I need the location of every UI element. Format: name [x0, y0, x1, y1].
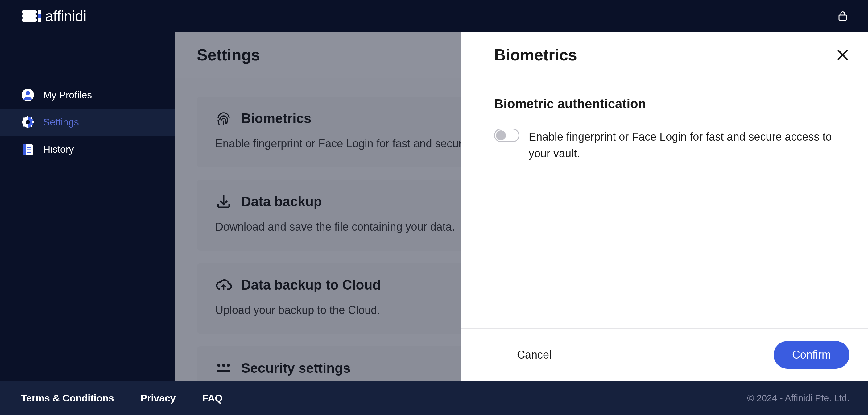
svg-rect-0	[22, 10, 37, 13]
svg-line-16	[31, 118, 32, 119]
sidebar-item-history[interactable]: History	[0, 136, 175, 163]
footer-link-faq[interactable]: FAQ	[203, 392, 223, 404]
svg-point-9	[26, 120, 30, 124]
confirm-button[interactable]: Confirm	[774, 341, 849, 369]
svg-line-17	[24, 125, 25, 126]
footer-link-terms[interactable]: Terms & Conditions	[21, 392, 114, 404]
svg-rect-19	[23, 144, 26, 155]
svg-point-7	[26, 91, 30, 95]
lock-icon[interactable]	[837, 10, 848, 22]
close-icon[interactable]	[835, 47, 850, 62]
biometrics-toggle[interactable]	[494, 129, 520, 142]
biometrics-panel: Biometrics Biometric authentication Enab…	[461, 32, 868, 381]
brand-name: affinidi	[45, 8, 86, 25]
app-header: affinidi	[0, 0, 868, 32]
svg-line-15	[31, 125, 32, 126]
profile-icon	[21, 88, 35, 102]
panel-title: Biometrics	[494, 45, 577, 64]
cancel-button[interactable]: Cancel	[517, 348, 552, 361]
panel-subtitle: Biometric authentication	[494, 96, 835, 111]
svg-rect-4	[38, 19, 41, 22]
svg-line-14	[24, 118, 25, 119]
svg-rect-5	[839, 15, 846, 20]
brand-logo[interactable]: affinidi	[21, 6, 86, 26]
toggle-knob	[496, 130, 506, 140]
app-footer: Terms & Conditions Privacy FAQ © 2024 - …	[0, 381, 868, 415]
sidebar: My Profiles Settings	[0, 32, 175, 381]
svg-rect-1	[22, 19, 37, 22]
sidebar-item-label: History	[43, 144, 74, 155]
sidebar-item-settings[interactable]: Settings	[0, 108, 175, 136]
sidebar-item-label: My Profiles	[43, 89, 92, 101]
toggle-label: Enable fingerprint or Face Login for fas…	[529, 129, 835, 162]
sidebar-item-my-profiles[interactable]: My Profiles	[0, 82, 175, 108]
footer-link-privacy[interactable]: Privacy	[141, 392, 176, 404]
copyright: © 2024 - Affinidi Pte. Ltd.	[747, 393, 849, 403]
gear-icon	[21, 115, 35, 129]
brand-logo-icon	[21, 6, 41, 26]
svg-rect-3	[38, 14, 41, 18]
svg-rect-2	[38, 10, 41, 13]
sidebar-item-label: Settings	[43, 117, 79, 128]
history-icon	[21, 142, 35, 156]
